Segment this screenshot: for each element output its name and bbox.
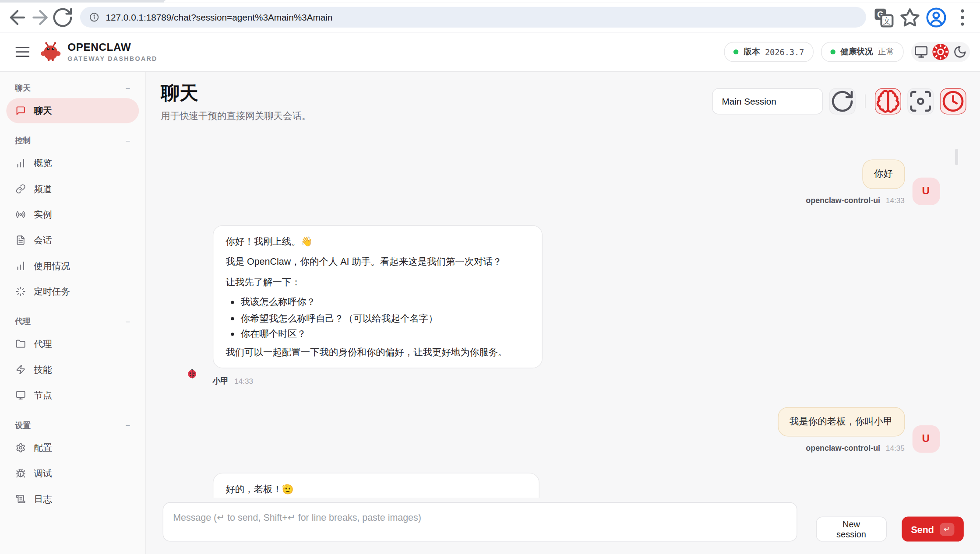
message-paragraph: 我是 OpenClaw，你的个人 AI 助手。看起来这是我们第一次对话？ xyxy=(226,255,529,269)
sidebar-toggle-button[interactable] xyxy=(10,39,35,64)
sidebar-item-nodes[interactable]: 节点 xyxy=(6,383,139,408)
bookmark-star-icon[interactable] xyxy=(899,6,921,28)
sidebar-section-title: 代理 xyxy=(15,316,31,327)
theme-dark-button[interactable] xyxy=(953,45,967,59)
theme-system-button[interactable] xyxy=(914,45,928,59)
version-value: 2026.3.7 xyxy=(765,47,804,56)
session-select[interactable]: Main Session xyxy=(712,88,823,115)
assistant-message-row: 好的，老板！🫡 xyxy=(186,473,940,498)
sidebar-item-label: 调试 xyxy=(34,467,52,479)
composer: New session Send ↵ xyxy=(146,498,980,554)
url-text[interactable]: 127.0.0.1:18789/chat?session=agent%3Amai… xyxy=(106,12,333,22)
user-message-bubble: 我是你的老板，你叫小甲 xyxy=(778,407,905,436)
message-time: 14:33 xyxy=(234,377,253,386)
sidebar-item-agents[interactable]: 代理 xyxy=(6,331,139,356)
translate-icon[interactable]: G文 xyxy=(872,6,895,28)
folder-icon xyxy=(16,339,26,349)
page-title: 聊天 xyxy=(161,82,311,104)
sidebar-item-label: 频道 xyxy=(34,183,52,195)
theme-light-button[interactable] xyxy=(932,44,948,60)
assistant-message-bubble: 好的，老板！🫡 xyxy=(212,473,539,498)
version-badge: 版本 2026.3.7 xyxy=(724,42,814,62)
sidebar-item-skills[interactable]: 技能 xyxy=(6,357,139,382)
sidebar-item-label: 日志 xyxy=(34,493,52,505)
brain-toggle-button[interactable] xyxy=(875,88,901,115)
collapse-minus-icon[interactable]: − xyxy=(125,84,130,93)
sidebar-item-label: 使用情况 xyxy=(34,260,70,272)
address-bar[interactable]: 127.0.0.1:18789/chat?session=agent%3Amai… xyxy=(80,7,866,28)
browser-menu-icon[interactable] xyxy=(951,6,973,28)
browser-back-button[interactable] xyxy=(6,6,28,28)
collapse-minus-icon[interactable]: − xyxy=(125,317,130,326)
sidebar-item-debug[interactable]: 调试 xyxy=(6,461,139,486)
file-text-icon xyxy=(16,235,26,245)
sidebar-item-config[interactable]: 配置 xyxy=(6,435,139,460)
browser-forward-button[interactable] xyxy=(29,6,51,28)
toolbar-divider xyxy=(864,95,865,108)
sidebar-item-label: 概览 xyxy=(34,157,52,169)
send-label: Send xyxy=(911,524,934,534)
browser-reload-button[interactable] xyxy=(51,6,74,28)
health-value: 正常 xyxy=(878,46,894,58)
sidebar-item-usage[interactable]: 使用情况 xyxy=(6,253,139,278)
assistant-message-row: 你好！我刚上线。👋 我是 OpenClaw，你的个人 AI 助手。看起来这是我们… xyxy=(186,225,940,387)
sidebar-section-title: 聊天 xyxy=(15,83,31,94)
message-time: 14:35 xyxy=(886,444,905,452)
scroll-icon xyxy=(16,494,26,504)
sidebar-section-header[interactable]: 代理− xyxy=(0,313,145,331)
user-avatar: U xyxy=(912,425,940,452)
status-dot xyxy=(830,49,835,54)
ladybug-avatar-icon xyxy=(186,368,197,379)
active-tab-sliver xyxy=(164,0,980,3)
message-time: 14:33 xyxy=(886,196,905,205)
collapse-minus-icon[interactable]: − xyxy=(125,421,130,430)
refresh-button[interactable] xyxy=(829,88,855,115)
sidebar-item-label: 节点 xyxy=(34,389,52,401)
sidebar-item-overview[interactable]: 概览 xyxy=(6,151,139,175)
sidebar-item-logs[interactable]: 日志 xyxy=(6,487,139,512)
screen: 127.0.0.1:18789/chat?session=agent%3Amai… xyxy=(0,0,980,554)
bar-chart-icon xyxy=(16,158,26,168)
openclaw-logo xyxy=(40,41,61,63)
bar-chart-icon xyxy=(16,261,26,271)
sidebar-section-header[interactable]: 控制− xyxy=(0,132,145,150)
browser-tab-strip xyxy=(0,0,980,3)
sidebar-item-instances[interactable]: 实例 xyxy=(6,202,139,227)
health-badge: 健康状况 正常 xyxy=(821,42,904,62)
svg-text:文: 文 xyxy=(883,16,891,25)
collapse-minus-icon[interactable]: − xyxy=(125,137,130,146)
sidebar-section-header[interactable]: 设置− xyxy=(0,417,145,435)
user-message-row: 我是你的老板，你叫小甲 openclaw-control-ui 14:35 U xyxy=(186,407,940,452)
sidebar-item-sessions[interactable]: 会话 xyxy=(6,228,139,252)
enter-key-icon: ↵ xyxy=(940,522,954,536)
theme-switcher xyxy=(911,42,970,62)
new-session-button[interactable]: New session xyxy=(816,516,887,541)
sidebar-item-label: 实例 xyxy=(34,209,52,221)
bug-icon xyxy=(16,468,26,478)
page-subtitle: 用于快速干预的直接网关聊天会话。 xyxy=(161,110,311,122)
main-content: 聊天 用于快速干预的直接网关聊天会话。 Main Session xyxy=(146,72,980,554)
scrollbar-thumb[interactable] xyxy=(955,149,958,165)
sidebar-section-header[interactable]: 聊天− xyxy=(0,79,145,97)
sidebar-item-label: 代理 xyxy=(34,338,52,350)
send-button[interactable]: Send ↵ xyxy=(902,516,963,541)
sidebar-item-label: 会话 xyxy=(34,234,52,246)
sidebar-item-cron[interactable]: 定时任务 xyxy=(6,279,139,304)
history-toggle-button[interactable] xyxy=(940,88,966,115)
message-sender: 小甲 xyxy=(212,376,229,387)
app-title: OPENCLAW xyxy=(67,42,157,54)
site-info-icon[interactable] xyxy=(89,12,99,22)
sidebar-item-label: 配置 xyxy=(34,442,52,454)
assistant-message-bubble: 你好！我刚上线。👋 我是 OpenClaw，你的个人 AI 助手。看起来这是我们… xyxy=(212,225,542,368)
sidebar-item-label: 聊天 xyxy=(34,105,52,116)
sidebar-item-chat[interactable]: 聊天 xyxy=(6,98,139,123)
user-message-row: 你好 openclaw-control-ui 14:33 U xyxy=(186,159,940,205)
assistant-bullet-item: 你希望我怎么称呼自己？（可以给我起个名字） xyxy=(240,311,529,325)
sidebar-item-channels[interactable]: 频道 xyxy=(6,176,139,201)
message-paragraph: 你好！我刚上线。👋 xyxy=(226,234,529,248)
message-input[interactable] xyxy=(162,502,797,542)
app-header: OPENCLAW GATEWAY DASHBOARD 版本 2026.3.7 健… xyxy=(0,32,980,72)
message-paragraph: 我们可以一起配置一下我的身份和你的偏好，让我更好地为你服务。 xyxy=(226,345,529,359)
browser-profile-icon[interactable] xyxy=(925,6,947,28)
focus-toggle-button[interactable] xyxy=(907,88,934,115)
